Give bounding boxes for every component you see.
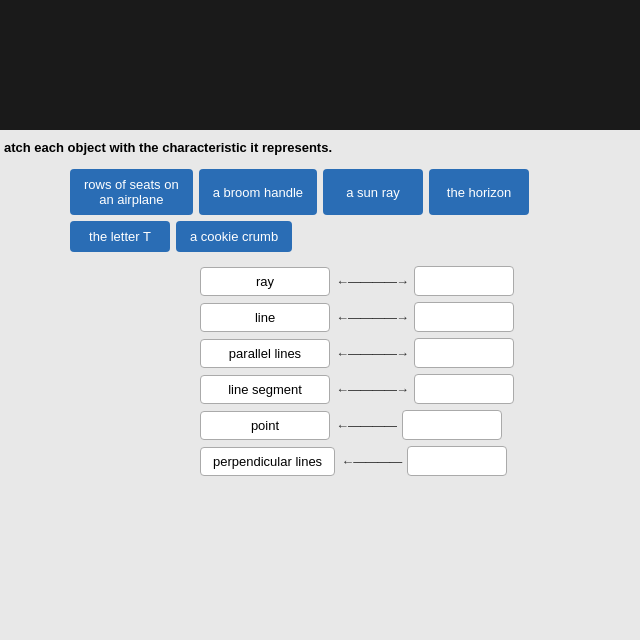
match-label-point: point [200,411,330,440]
main-screen: atch each object with the characteristic… [0,130,640,640]
arrow-ray: ←————→ [336,274,408,289]
match-label-segment: line segment [200,375,330,404]
instruction-text: atch each object with the characteristic… [0,130,640,163]
draggable-rows-of-seats[interactable]: rows of seats on an airplane [70,169,193,215]
match-label-ray: ray [200,267,330,296]
arrow-segment: ←————→ [336,382,408,397]
drop-target-ray[interactable] [414,266,514,296]
drop-target-point[interactable] [402,410,502,440]
draggable-cookie-crumb[interactable]: a cookie crumb [176,221,292,252]
match-row-ray: ray ←————→ [200,266,640,296]
arrow-parallel: ←————→ [336,346,408,361]
arrow-line: ←————→ [336,310,408,325]
drop-target-line[interactable] [414,302,514,332]
match-row-line: line ←————→ [200,302,640,332]
arrow-perpendicular: ←———— [341,454,401,469]
match-row-perpendicular: perpendicular lines ←———— [200,446,640,476]
match-row-point: point ←———— [200,410,640,440]
arrow-point: ←———— [336,418,396,433]
drop-target-perpendicular[interactable] [407,446,507,476]
match-label-parallel: parallel lines [200,339,330,368]
match-label-line: line [200,303,330,332]
draggable-broom-handle[interactable]: a broom handle [199,169,317,215]
draggable-letter-t[interactable]: the letter T [70,221,170,252]
draggable-horizon[interactable]: the horizon [429,169,529,215]
matching-area: ray ←————→ line ←————→ parallel lines ←—… [200,262,640,480]
drop-target-parallel[interactable] [414,338,514,368]
match-row-segment: line segment ←————→ [200,374,640,404]
draggable-area: rows of seats on an airplane a broom han… [0,163,640,262]
drop-target-segment[interactable] [414,374,514,404]
match-label-perpendicular: perpendicular lines [200,447,335,476]
draggable-sun-ray[interactable]: a sun ray [323,169,423,215]
match-row-parallel: parallel lines ←————→ [200,338,640,368]
